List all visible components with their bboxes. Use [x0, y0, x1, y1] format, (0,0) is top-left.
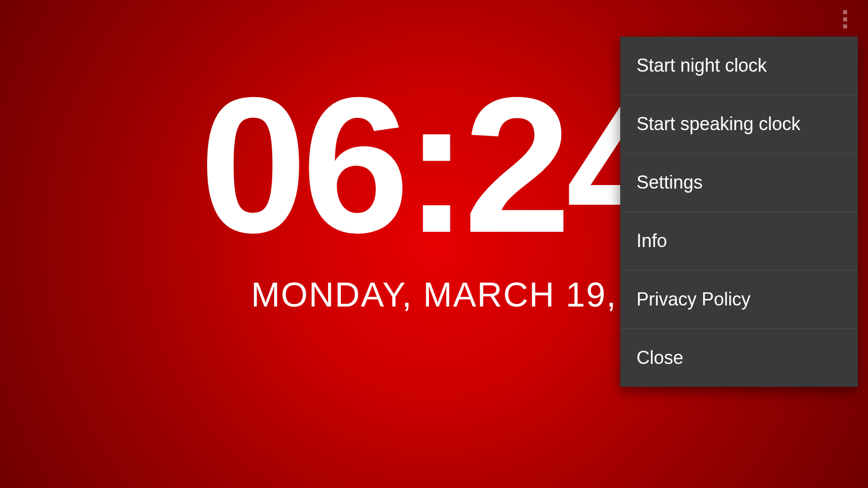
menu-item-label: Privacy Policy: [636, 289, 750, 310]
menu-item-start-night-clock[interactable]: Start night clock: [620, 37, 858, 95]
kebab-dots-icon: [843, 10, 847, 14]
menu-item-label: Close: [636, 347, 683, 368]
overflow-menu-button[interactable]: [835, 9, 855, 29]
kebab-dots-icon: [843, 17, 847, 21]
menu-item-start-speaking-clock[interactable]: Start speaking clock: [620, 95, 858, 154]
kebab-dots-icon: [843, 24, 847, 28]
menu-item-label: Start speaking clock: [636, 113, 800, 134]
menu-item-label: Settings: [636, 172, 703, 193]
menu-item-settings[interactable]: Settings: [620, 154, 858, 212]
menu-item-label: Start night clock: [636, 55, 767, 76]
overflow-menu: Start night clock Start speaking clock S…: [620, 37, 858, 387]
menu-item-label: Info: [636, 230, 667, 251]
menu-item-privacy-policy[interactable]: Privacy Policy: [620, 270, 858, 329]
menu-item-close[interactable]: Close: [620, 329, 858, 387]
menu-item-info[interactable]: Info: [620, 212, 858, 270]
